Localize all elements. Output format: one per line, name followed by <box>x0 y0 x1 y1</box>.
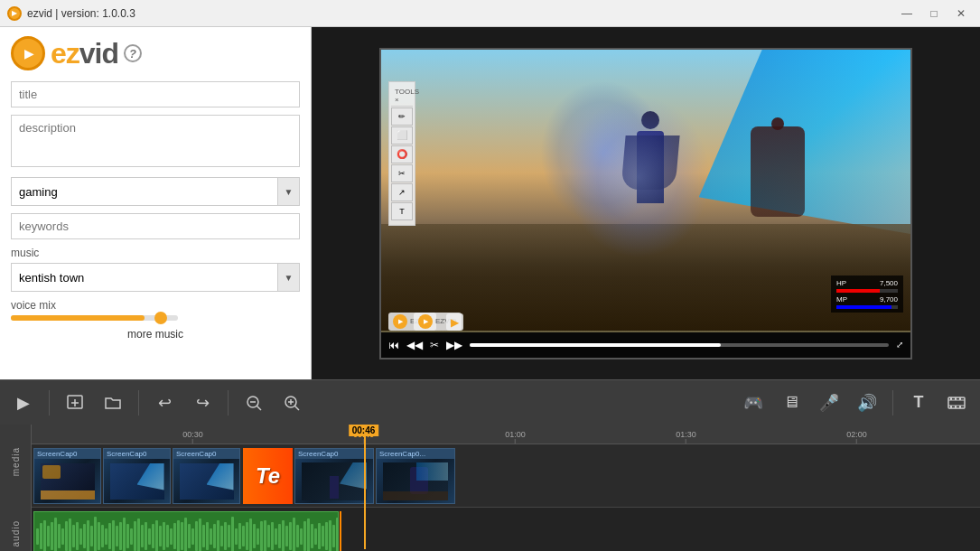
keywords-field-wrapper <box>11 213 300 239</box>
tools-label: TOOLS × <box>391 86 413 107</box>
video-progress-bar[interactable] <box>470 343 889 347</box>
tool-pencil[interactable]: ✏ <box>391 107 413 126</box>
clip-text[interactable]: Te <box>243 448 293 504</box>
audio-waveform <box>34 512 338 551</box>
tools-panel: TOOLS × ✏ ⬜ ⭕ ✂ ↗ T <box>388 81 415 226</box>
audio-cut-marker <box>340 511 341 551</box>
video-back-btn[interactable]: ◀◀ <box>406 339 423 351</box>
timeline-content[interactable]: 00:30 00:46 01:00 01:30 02:00 00:46 Scre… <box>32 425 980 551</box>
minimize-button[interactable]: — <box>895 5 919 23</box>
maximize-button[interactable]: □ <box>922 5 946 23</box>
microphone-button[interactable]: 🎤 <box>813 387 845 419</box>
tool-arrow[interactable]: ↗ <box>391 183 413 201</box>
clip-3-thumb <box>173 459 239 503</box>
svg-rect-14 <box>955 397 957 400</box>
video-clip-btn[interactable]: ✂ <box>430 339 439 351</box>
toolbar-separator-4 <box>892 390 893 416</box>
play-overlay-icon: ▶ <box>451 316 459 329</box>
tick-0130: 01:30 <box>676 430 696 444</box>
description-input[interactable] <box>11 115 300 167</box>
tool-cut[interactable]: ✂ <box>391 164 413 182</box>
close-button[interactable]: ✕ <box>949 5 973 23</box>
gamepad-button[interactable]: 🎮 <box>737 387 770 419</box>
preview-window: View all photos Share Zoom Slideshow Dra… <box>379 48 912 360</box>
hp-bar <box>836 289 880 293</box>
media-label: media <box>11 447 21 476</box>
clip-screencap-5[interactable]: ScreenCap0 <box>294 448 374 504</box>
timeline: media audio 00:30 00:46 01:00 01:30 02:0… <box>0 425 980 551</box>
audio-label: audio <box>11 520 21 546</box>
mp-bar <box>836 305 891 309</box>
playhead-label: 00:46 <box>349 425 379 436</box>
tick-0030: 00:30 <box>182 430 203 444</box>
description-field-wrapper <box>11 115 300 170</box>
toolbar-separator-1 <box>49 390 50 416</box>
svg-line-9 <box>295 406 300 410</box>
timeline-labels: media audio <box>0 425 32 551</box>
svg-rect-16 <box>950 406 952 408</box>
tool-text[interactable]: T <box>391 202 413 220</box>
voice-mix-label: voice mix <box>11 299 300 312</box>
music-select[interactable]: kentish town acoustic guitar epic cinema… <box>12 266 277 290</box>
slider-fill <box>11 315 145 321</box>
capture-icon: ▶ <box>418 314 433 329</box>
clip-screencap-2[interactable]: ScreenCap0 <box>103 448 171 504</box>
clip-screencap-1[interactable]: ScreenCap0 <box>33 448 101 504</box>
media-track[interactable]: ScreenCap0 ScreenCap0 <box>32 444 980 508</box>
window-controls: — □ ✕ <box>895 5 973 23</box>
title-bar: ▶ ezvid | version: 1.0.0.3 — □ ✕ <box>0 0 980 27</box>
clip-5-thumb <box>295 459 373 503</box>
stats-overlay: HP 7,500 MP 9,700 <box>831 276 903 313</box>
tool-circle[interactable]: ⭕ <box>391 145 413 163</box>
voice-mix-slider[interactable] <box>11 315 178 321</box>
music-dropdown-arrow: ▼ <box>277 264 299 291</box>
title-input[interactable] <box>11 81 300 107</box>
app-icon: ▶ <box>7 6 22 21</box>
more-music-link[interactable]: more music <box>11 328 300 341</box>
electric-effect <box>566 96 711 258</box>
undo-button[interactable]: ↩ <box>148 387 181 419</box>
play-overlay-btn[interactable]: ▶ <box>446 313 463 331</box>
redo-button[interactable]: ↪ <box>186 387 219 419</box>
clip-screencap-3[interactable]: ScreenCap0 <box>173 448 240 504</box>
left-panel: ezvid ? gaming technology entertainment … <box>0 27 312 379</box>
audio-button[interactable]: 🔊 <box>851 387 883 419</box>
svg-rect-15 <box>959 397 961 400</box>
zoom-out-button[interactable] <box>238 387 270 419</box>
zoom-in-button[interactable] <box>275 387 308 419</box>
playhead[interactable]: 00:46 <box>364 425 366 549</box>
keywords-input[interactable] <box>11 213 300 239</box>
play-button[interactable]: ▶ <box>7 387 40 419</box>
clip-3-header: ScreenCap0 <box>173 449 239 459</box>
watermark-logo-icon: ▶ <box>393 314 407 329</box>
text-button[interactable]: T <box>902 387 935 419</box>
help-icon[interactable]: ? <box>124 44 142 62</box>
category-dropdown-arrow: ▼ <box>277 178 299 205</box>
category-select-wrapper: gaming technology entertainment educatio… <box>11 177 300 206</box>
title-field-wrapper <box>11 81 300 107</box>
music-select-wrapper: kentish town acoustic guitar epic cinema… <box>11 263 300 292</box>
svg-rect-17 <box>955 406 957 408</box>
category-select[interactable]: gaming technology entertainment educatio… <box>12 180 277 204</box>
video-expand-btn[interactable]: ⤢ <box>896 340 903 350</box>
clip-screencap-6[interactable]: ScreenCap0... <box>376 448 455 504</box>
monitor-button[interactable]: 🖥 <box>775 387 807 419</box>
video-forward-btn[interactable]: ▶▶ <box>446 339 462 351</box>
video-rewind-btn[interactable]: ⏮ <box>388 339 399 351</box>
enemy-silhouette <box>751 126 805 217</box>
audio-track[interactable] <box>32 508 980 551</box>
open-folder-button[interactable] <box>97 387 129 419</box>
audio-clip-main[interactable] <box>33 511 339 551</box>
video-effects-button[interactable] <box>940 387 973 419</box>
svg-line-5 <box>257 406 262 410</box>
music-label: music <box>11 247 300 259</box>
zoom-in-icon <box>283 394 301 412</box>
toolbar: ▶ ↩ ↪ 🎮 🖥 🎤 🔊 <box>0 379 980 425</box>
mp-label: MP <box>836 295 847 304</box>
new-slide-button[interactable] <box>59 387 91 419</box>
tool-rect[interactable]: ⬜ <box>391 126 413 145</box>
text-clip-preview: Te <box>256 463 280 489</box>
clip-2-header: ScreenCap0 <box>104 449 170 459</box>
tick-0100: 01:00 <box>505 430 526 444</box>
voice-mix-area: voice mix <box>11 299 300 321</box>
